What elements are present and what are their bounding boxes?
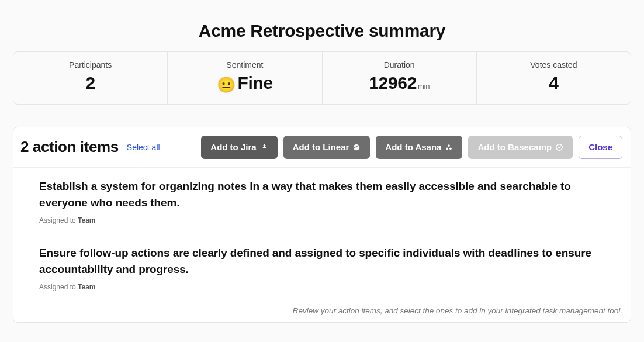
add-to-asana-button[interactable]: Add to Asana [376,136,462,159]
stat-participants: Participants 2 [13,52,168,104]
assigned-prefix: Assigned to [39,283,78,291]
svg-point-3 [449,147,452,150]
jira-icon [260,143,268,151]
close-button[interactable]: Close [579,136,622,159]
stat-votes: Votes casted 4 [477,52,631,104]
action-items-card: 2 action items Select all Add to Jira Ad… [13,127,631,323]
add-to-jira-button[interactable]: Add to Jira [201,136,277,159]
add-to-basecamp-button[interactable]: Add to Basecamp [468,136,573,159]
action-items-list: Establish a system for organizing notes … [13,167,631,300]
action-header: 2 action items Select all Add to Jira Ad… [13,127,631,167]
basecamp-icon [555,143,563,151]
stat-value: 😐Fine [174,73,316,94]
svg-point-0 [354,144,360,150]
assigned-prefix: Assigned to [39,216,78,224]
stat-value: 4 [483,73,625,92]
select-all-link[interactable]: Select all [127,143,160,152]
duration-number: 12962 [369,73,417,92]
stat-value: 12962min [328,73,470,92]
action-item-assignee: Assigned to Team [39,216,620,224]
svg-point-1 [448,144,451,147]
button-label: Add to Basecamp [477,142,552,152]
page-title: Acme Retrospective summary [13,21,631,41]
stat-label: Sentiment [174,60,316,70]
stat-label: Duration [328,60,470,70]
action-items-heading: 2 action items [20,138,119,156]
add-to-linear-button[interactable]: Add to Linear [283,136,371,159]
sentiment-text: Fine [237,73,272,92]
action-item-assignee: Assigned to Team [39,283,620,291]
footer-note: Review your action items, and select the… [13,300,631,322]
action-item[interactable]: Ensure follow-up actions are clearly def… [13,234,631,300]
stats-row: Participants 2 Sentiment 😐Fine Duration … [13,51,631,105]
action-item-text: Establish a system for organizing notes … [39,178,620,212]
button-label: Add to Jira [210,142,256,152]
sentiment-emoji-icon: 😐 [217,76,236,94]
linear-icon [352,143,361,151]
button-label: Add to Linear [293,142,349,152]
stat-duration: Duration 12962min [323,52,477,104]
stat-sentiment: Sentiment 😐Fine [168,52,322,104]
assignee-name: Team [78,216,95,224]
asana-icon [445,143,453,151]
duration-unit: min [418,82,430,91]
stat-value: 2 [19,73,161,92]
action-item-text: Ensure follow-up actions are clearly def… [39,245,620,278]
stat-label: Participants [19,60,161,70]
action-item[interactable]: Establish a system for organizing notes … [13,168,631,234]
assignee-name: Team [78,283,95,291]
stat-label: Votes casted [483,60,625,70]
svg-point-2 [446,147,449,150]
button-label: Add to Asana [385,142,441,152]
